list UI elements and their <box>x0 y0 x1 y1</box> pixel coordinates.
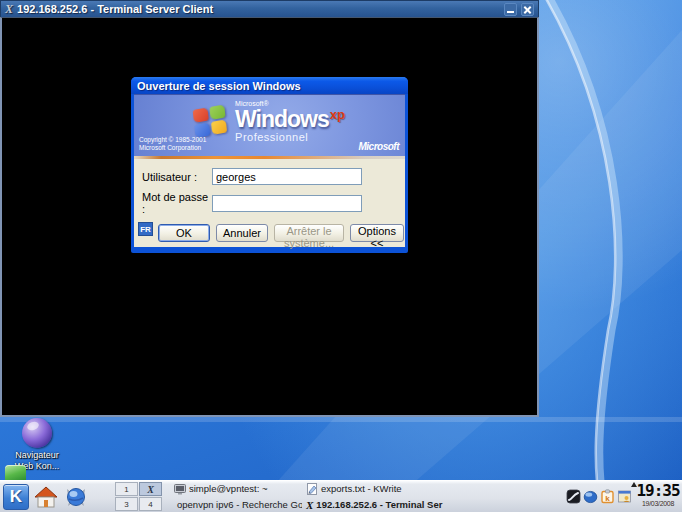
xp-logon-dialog: Ouverture de session Windows Microsoft® <box>131 77 408 253</box>
pager-desktop-2-active[interactable]: X <box>139 482 162 496</box>
task-list: simple@vpntest: ~ exports.txt - KWrite o… <box>170 481 452 512</box>
xp-dialog-titlebar[interactable]: Ouverture de session Windows <box>131 77 408 94</box>
windows-flag-icon <box>193 104 230 140</box>
task-label: 192.168.252.6 - Terminal Ser <box>316 499 442 510</box>
pager-desktop-1[interactable]: 1 <box>115 482 138 496</box>
terminal-icon <box>174 483 186 495</box>
password-label: Mot de passe : <box>142 191 212 215</box>
x11-icon: X <box>5 3 13 15</box>
konqueror-icon <box>64 485 88 509</box>
globe-tray-icon[interactable] <box>583 489 598 504</box>
x11-icon: X <box>306 499 313 511</box>
web-browser-icon <box>22 418 52 448</box>
xp-brand-banner: Microsoft® Windowsxp Professionnel Copyr… <box>134 94 405 156</box>
windows-wordmark: Microsoft® Windowsxp Professionnel <box>235 100 345 143</box>
xp-dialog-body: Microsoft® Windowsxp Professionnel Copyr… <box>134 94 405 247</box>
copyright-line2: Microsoft Corporation <box>139 144 206 152</box>
xp-superscript: xp <box>330 107 345 122</box>
password-field[interactable] <box>212 195 362 212</box>
task-terminal-server-client[interactable]: X 192.168.252.6 - Terminal Ser <box>302 497 452 512</box>
kde-logo-icon: K <box>10 487 22 507</box>
desktop-icon-partial[interactable] <box>5 465 26 480</box>
remote-desktop-viewport[interactable]: Ouverture de session Windows Microsoft® <box>0 17 539 417</box>
desktop: Navigateur Web Kon... X 192.168.252.6 - … <box>0 0 682 512</box>
edition-text: Professionnel <box>235 132 345 143</box>
ok-button[interactable]: OK <box>158 224 210 242</box>
copyright-text: Copyright © 1985-2001 Microsoft Corporat… <box>139 136 206 152</box>
web-browser-launcher[interactable] <box>63 484 89 510</box>
clock-time: 19:35 <box>635 482 681 500</box>
desktop-icon-label-line1: Navigateur <box>6 450 68 461</box>
minimize-button[interactable] <box>504 3 517 16</box>
home-icon <box>34 485 58 509</box>
desktop-pager: 1 X 3 4 <box>115 482 162 511</box>
session-window-tray-icon[interactable] <box>617 489 632 504</box>
task-konsole[interactable]: simple@vpntest: ~ <box>170 481 302 497</box>
pager-desktop-3[interactable]: 3 <box>115 497 138 511</box>
system-tray: k <box>566 489 632 504</box>
task-label: openvpn ipv6 - Recherche Google <box>177 499 302 510</box>
task-kwrite[interactable]: exports.txt - KWrite <box>302 481 452 497</box>
windows-text: Windows <box>235 106 329 132</box>
terminal-server-client-window: X 192.168.252.6 - Terminal Server Client… <box>0 0 539 417</box>
remote-desktop-tray-icon[interactable] <box>566 489 581 504</box>
home-button[interactable] <box>33 484 59 510</box>
task-label: simple@vpntest: ~ <box>189 483 268 494</box>
task-konqueror-google[interactable]: openvpn ipv6 - Recherche Google <box>170 497 302 512</box>
options-button[interactable]: Options << <box>350 224 404 242</box>
window-titlebar[interactable]: X 192.168.252.6 - Terminal Server Client <box>0 0 539 17</box>
copyright-line1: Copyright © 1985-2001 <box>139 136 206 144</box>
cancel-button[interactable]: Annuler <box>216 224 268 242</box>
kwrite-icon <box>306 483 318 495</box>
shutdown-button: Arrêter le système... <box>274 224 344 242</box>
task-label: exports.txt - KWrite <box>321 483 402 494</box>
taskbar: K 1 X 3 <box>0 480 682 512</box>
x11-mini-icon: X <box>147 484 154 495</box>
window-title: 192.168.252.6 - Terminal Server Client <box>17 3 500 15</box>
username-label: Utilisateur : <box>142 171 212 183</box>
svg-text:k: k <box>605 494 610 503</box>
username-field[interactable] <box>212 168 362 185</box>
pager-desktop-4[interactable]: 4 <box>139 497 162 511</box>
clock-date: 19/03/2008 <box>635 500 681 507</box>
close-button[interactable] <box>521 3 534 16</box>
taskbar-clock[interactable]: 19:35 19/03/2008 <box>635 482 681 507</box>
xp-dialog-title: Ouverture de session Windows <box>137 80 301 92</box>
klipper-tray-icon[interactable]: k <box>600 489 615 504</box>
kmenu-button[interactable]: K <box>3 484 29 510</box>
language-indicator-badge[interactable]: FR <box>138 222 153 236</box>
microsoft-logo: Microsoft <box>359 141 400 152</box>
